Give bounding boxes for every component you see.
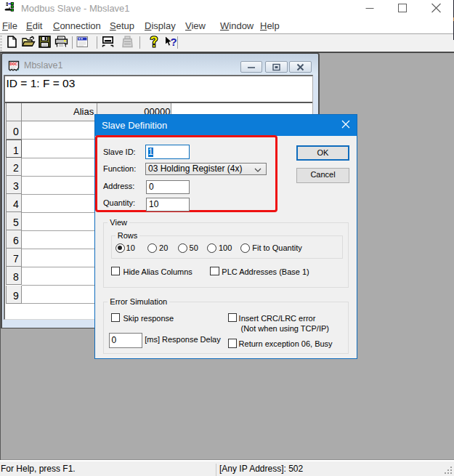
svg-text:DOC: DOC <box>10 62 18 67</box>
